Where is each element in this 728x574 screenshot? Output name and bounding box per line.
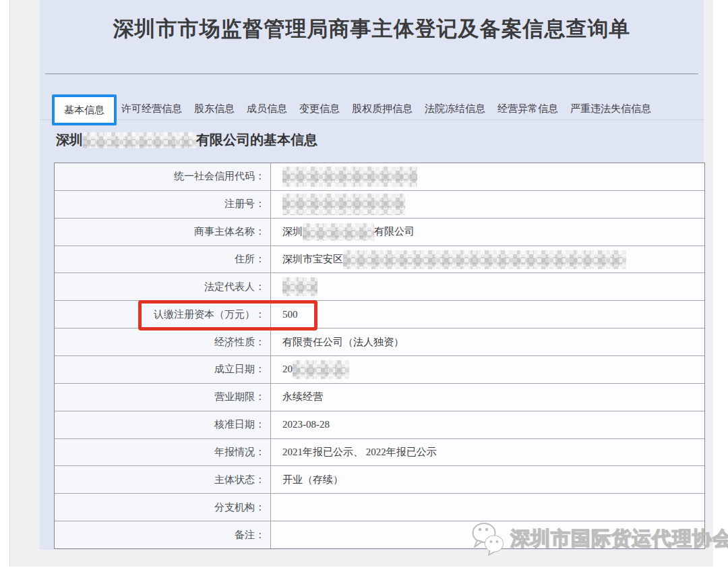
row-label: 核准日期： <box>55 411 271 438</box>
row-value: 深圳市宝安区 <box>271 246 704 273</box>
tab-许可经营信息[interactable]: 许可经营信息 <box>121 103 182 115</box>
table-row: 营业期限：永续经营 <box>55 384 704 411</box>
table-row: 住所：深圳市宝安区 <box>55 246 704 274</box>
table-row: 法定代表人： <box>55 273 704 301</box>
table-row: 分支机构： <box>55 494 704 521</box>
value-text: 20 <box>282 364 293 375</box>
row-value: 有限责任公司（法人独资） <box>271 328 704 355</box>
table-row: 注册号： <box>55 191 704 219</box>
redaction-mosaic <box>293 360 349 379</box>
row-value <box>271 494 704 521</box>
redaction-mosaic <box>343 250 626 269</box>
row-value <box>271 191 704 218</box>
tab-股权质押信息[interactable]: 股权质押信息 <box>352 103 413 115</box>
query-result-card: 深圳市市场监督管理局商事主体登记及备案信息查询单 基本信息 许可经营信息股东信息… <box>40 0 704 550</box>
row-value: 深圳有限公司 <box>271 219 704 246</box>
row-label: 经济性质： <box>55 328 271 355</box>
tab-成员信息[interactable]: 成员信息 <box>247 103 287 115</box>
row-label: 注册号： <box>55 191 271 218</box>
value-text: 深圳市宝安区 <box>282 253 343 266</box>
row-value: 2023-08-28 <box>271 411 704 438</box>
table-row: 主体状态：开业（存续） <box>55 466 704 494</box>
value-text: 有限公司 <box>374 225 415 238</box>
highlight-box-red <box>138 300 317 331</box>
table-row: 商事主体名称：深圳有限公司 <box>55 219 704 246</box>
tab-法院冻结信息[interactable]: 法院冻结信息 <box>425 103 485 115</box>
row-label: 年报情况： <box>55 439 271 466</box>
screenshot-root: 深圳市市场监督管理局商事主体登记及备案信息查询单 基本信息 许可经营信息股东信息… <box>0 0 728 574</box>
row-label: 统一社会信用代码： <box>55 163 271 190</box>
basic-info-table: 统一社会信用代码：注册号：商事主体名称：深圳有限公司住所：深圳市宝安区法定代表人… <box>54 163 705 549</box>
page-title: 深圳市市场监督管理局商事主体登记及备案信息查询单 <box>40 15 704 43</box>
redaction-mosaic <box>282 167 417 187</box>
row-value: 永续经营 <box>271 384 704 411</box>
row-label: 营业期限： <box>55 384 271 411</box>
row-label: 法定代表人： <box>55 273 271 300</box>
section-title: 深圳有限公司的基本信息 <box>56 131 317 149</box>
table-row: 经济性质：有限责任公司（法人独资） <box>55 328 704 356</box>
tab-basic-info-with-blue-annotation[interactable]: 基本信息 <box>52 94 117 125</box>
row-label: 主体状态： <box>55 466 271 493</box>
redaction-mosaic <box>83 132 196 148</box>
redaction-mosaic <box>303 223 374 241</box>
value-text: 2023-08-28 <box>282 419 330 430</box>
table-row: 成立日期：20 <box>55 356 704 384</box>
table-row: 核准日期：2023-08-28 <box>55 411 704 439</box>
value-text: 2021年报已公示、 2022年报已公示 <box>282 446 437 459</box>
value-text: 开业（存续） <box>282 473 343 486</box>
row-label: 备注： <box>55 521 271 548</box>
row-value <box>271 163 704 190</box>
row-label: 商事主体名称： <box>55 219 271 246</box>
row-label: 成立日期： <box>55 356 271 383</box>
tab-严重违法失信信息[interactable]: 严重违法失信信息 <box>570 103 651 115</box>
redaction-mosaic <box>282 277 317 296</box>
value-text: 深圳 <box>282 225 303 238</box>
tab-basic-info-label: 基本信息 <box>64 104 104 117</box>
row-label: 住所： <box>55 246 271 273</box>
redaction-mosaic <box>282 194 405 215</box>
row-value: 20 <box>271 356 704 383</box>
row-value: 开业（存续） <box>271 466 704 493</box>
value-text: 深圳 <box>56 131 83 149</box>
article-gray-panel: 深圳市市场监督管理局商事主体登记及备案信息查询单 基本信息 许可经营信息股东信息… <box>9 0 713 567</box>
watermark-text: 深圳市国际货运代理协会 <box>510 525 728 552</box>
row-value <box>271 273 704 300</box>
table-row: 年报情况：2021年报已公示、 2022年报已公示 <box>55 439 704 467</box>
tab-股东信息[interactable]: 股东信息 <box>194 103 235 115</box>
row-value: 2021年报已公示、 2022年报已公示 <box>271 439 704 466</box>
value-text: 永续经营 <box>282 391 323 403</box>
table-row: 统一社会信用代码： <box>55 163 704 191</box>
tab-变更信息[interactable]: 变更信息 <box>299 103 340 115</box>
wechat-icon <box>470 521 508 556</box>
tab-经营异常信息[interactable]: 经营异常信息 <box>497 103 558 115</box>
row-value: 500 <box>271 301 704 328</box>
title-divider <box>45 74 698 74</box>
value-text: 有限责任公司（法人独资） <box>282 336 404 349</box>
row-label: 分支机构： <box>55 494 271 521</box>
value-text: 有限公司的基本信息 <box>196 131 317 149</box>
watermark: 深圳市国际货运代理协会 <box>470 521 728 556</box>
tab-bar: 许可经营信息股东信息成员信息变更信息股权质押信息法院冻结信息经营异常信息严重违法… <box>121 97 651 120</box>
